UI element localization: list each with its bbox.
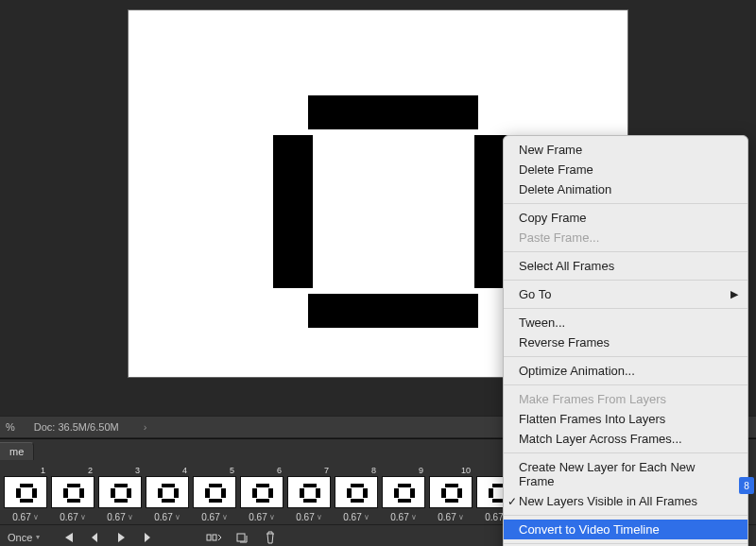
frame-preview [429,476,472,508]
frame-duration[interactable]: 0.67∨ [343,512,369,522]
tween-button[interactable] [206,530,221,545]
frame-thumbnail[interactable]: 30.67∨ [98,466,142,522]
frame-duration[interactable]: 0.67∨ [154,512,180,522]
frame-number: 9 [382,466,425,476]
menu-paste-frame: Paste Frame... [504,228,747,247]
shape-segment-bottom [308,294,478,328]
menu-make-frames-from-layers: Make Frames From Layers [504,389,747,409]
delete-frame-button[interactable] [263,530,278,545]
frame-preview [240,476,284,508]
menu-create-new-layer-each-frame[interactable]: Create New Layer for Each New Frame [504,457,747,491]
frame-thumbnail[interactable]: 10.67∨ [4,466,47,522]
shape-segment-top [308,95,478,129]
frame-number: 1 [4,466,47,476]
menu-select-all-frames[interactable]: Select All Frames [504,256,747,276]
menu-reverse-frames[interactable]: Reverse Frames [504,333,747,352]
frame-thumbnail[interactable]: 90.67∨ [382,466,425,522]
frame-number: 5 [193,466,236,476]
frame-preview [193,476,236,508]
frame-thumbnail[interactable]: 20.67∨ [51,466,94,522]
menu-flatten-frames[interactable]: Flatten Frames Into Layers [504,409,747,429]
frame-duration[interactable]: 0.67∨ [12,512,38,522]
loop-mode-select[interactable]: Once ▾ [8,532,40,543]
frame-preview [98,476,142,508]
svg-rect-2 [237,534,245,541]
next-frame-button[interactable] [140,530,155,545]
frame-duration[interactable]: 0.67∨ [60,512,85,522]
frame-preview [287,476,331,508]
svg-rect-0 [207,535,211,540]
menu-new-layers-visible-all-frames[interactable]: New Layers Visible in All Frames [504,491,747,511]
chevron-down-icon: ∨ [128,513,133,521]
frame-duration[interactable]: 0.67∨ [201,512,227,522]
chevron-down-icon: ∨ [269,513,275,521]
menu-match-layer[interactable]: Match Layer Across Frames... [504,429,747,449]
frame-thumbnail[interactable]: 100.67∨ [429,466,472,522]
frame-preview [335,476,378,508]
frame-duration[interactable]: 0.67∨ [390,512,416,522]
frame-number: 10 [429,466,472,476]
chevron-down-icon: ∨ [222,513,228,521]
first-frame-button[interactable] [60,530,76,545]
chevron-down-icon: ∨ [458,513,464,521]
frame-thumbnail[interactable]: 80.67∨ [335,466,378,522]
timeline-tab[interactable]: me [0,442,34,460]
frame-preview [51,476,94,508]
menu-delete-frame[interactable]: Delete Frame [504,160,747,179]
menu-delete-animation[interactable]: Delete Animation [504,179,747,199]
chevron-down-icon: ∨ [317,513,322,521]
menu-optimize-animation[interactable]: Optimize Animation... [504,361,747,381]
frame-duration[interactable]: 0.67∨ [107,512,132,522]
play-button[interactable] [113,530,129,545]
menu-convert-to-video-timeline[interactable]: Convert to Video Timeline [504,520,747,539]
frame-preview [146,476,189,508]
frame-thumbnail[interactable]: 40.67∨ [146,466,189,522]
frame-number: 8 [335,466,378,476]
menu-new-frame[interactable]: New Frame [504,140,747,160]
status-caret-icon[interactable]: › [144,421,147,433]
submenu-arrow-icon: ▶ [730,288,738,300]
prev-frame-button[interactable] [87,530,102,545]
chevron-down-icon: ∨ [80,513,86,521]
timeline-context-menu: New Frame Delete Frame Delete Animation … [503,135,748,546]
doc-size-label: Doc: 36.5M/6.50M [28,421,119,433]
frame-number: 7 [287,466,331,476]
frame-thumbnail[interactable]: 50.67∨ [193,466,236,522]
menu-copy-frame[interactable]: Copy Frame [504,208,747,228]
loop-mode-label: Once [8,532,32,543]
menu-tween[interactable]: Tween... [504,313,747,333]
shape-segment-left [273,135,313,288]
chevron-down-icon: ∨ [175,513,180,521]
frame-preview [4,476,47,508]
frame-thumbnail[interactable]: 70.67∨ [287,466,331,522]
frame-duration[interactable]: 0.67∨ [296,512,321,522]
frame-duration[interactable]: 0.67∨ [249,512,274,522]
frame-number: 6 [240,466,284,476]
svg-rect-1 [213,535,216,540]
frame-number: 2 [51,466,94,476]
duplicate-frame-button[interactable] [234,530,249,545]
frame-preview [382,476,425,508]
selected-frame-badge: 8 [739,477,754,494]
menu-go-to[interactable]: Go To▶ [504,284,747,304]
frame-duration[interactable]: 0.67∨ [438,512,463,522]
frame-number: 3 [98,466,142,476]
frame-thumbnail[interactable]: 60.67∨ [240,466,284,522]
chevron-down-icon: ∨ [364,513,369,521]
chevron-down-icon: ∨ [33,513,39,521]
chevron-down-icon: ∨ [411,513,417,521]
chevron-down-icon: ▾ [36,533,40,541]
zoom-percent[interactable]: % [6,421,28,433]
frame-number: 4 [146,466,189,476]
